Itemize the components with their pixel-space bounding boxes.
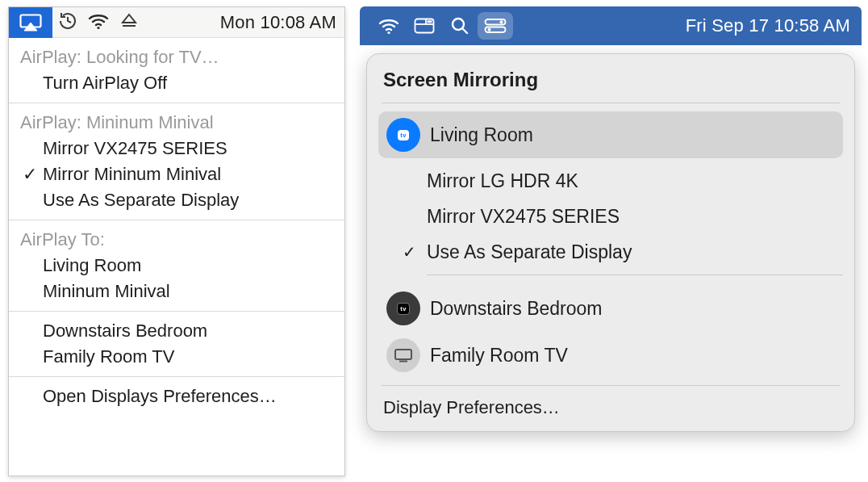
family-room-tv-label: Family Room TV — [430, 345, 568, 367]
airplay-menubar-icon[interactable] — [9, 7, 52, 38]
modern-menubar: Fri Sep 17 10:58 AM — [360, 6, 862, 45]
eject-icon[interactable] — [114, 12, 144, 33]
modern-screen-mirroring-panel: Fri Sep 17 10:58 AM Screen Mirroring tv … — [360, 6, 862, 432]
use-separate-display-label: Use As Separate Display — [427, 241, 632, 263]
apple-tv-icon: tv — [386, 118, 420, 152]
airplay-to-label: AirPlay To: — [20, 227, 333, 253]
family-room-tv-label: Family Room TV — [43, 344, 174, 370]
mirror-minival-label: Mirror Mininum Minival — [43, 161, 221, 187]
airplay-status-label: AirPlay: Looking for TV… — [20, 44, 333, 70]
use-separate-display-label: Use As Separate Display — [43, 187, 239, 213]
wifi-icon[interactable] — [371, 17, 407, 35]
turn-airplay-off-label: Turn AirPlay Off — [43, 70, 167, 96]
mirror-vx2475-label: Mirror VX2475 SERIES — [43, 136, 227, 161]
use-separate-display-item[interactable]: ✓ Use As Separate Display — [427, 234, 838, 270]
turn-airplay-off-item[interactable]: Turn AirPlay Off — [20, 70, 333, 96]
keyboard-input-icon[interactable] — [407, 18, 442, 34]
legacy-airplay-panel: Mon 10:08 AM AirPlay: Looking for TV… Tu… — [8, 6, 345, 476]
living-room-item[interactable]: tv Living Room — [378, 111, 843, 158]
separator — [427, 275, 843, 275]
mirror-vx2475-item[interactable]: Mirror VX2475 SERIES — [20, 136, 333, 161]
mirror-minival-item[interactable]: ✓ Mirror Mininum Minival — [20, 161, 333, 187]
legacy-clock[interactable]: Mon 10:08 AM — [220, 12, 338, 33]
legacy-airplay-menu: AirPlay: Looking for TV… Turn AirPlay Of… — [9, 38, 344, 416]
svg-point-5 — [387, 31, 390, 34]
airplay-to-minival-item[interactable]: Mininum Minival — [20, 279, 333, 304]
checkmark-icon: ✓ — [391, 242, 427, 262]
svg-point-2 — [97, 26, 99, 28]
downstairs-bedroom-item[interactable]: tv Downstairs Bedroom — [378, 285, 843, 332]
svg-rect-9 — [428, 20, 432, 23]
svg-point-13 — [500, 20, 503, 23]
open-displays-prefs-label: Open Displays Preferences… — [43, 384, 277, 409]
svg-rect-16 — [395, 350, 411, 359]
checkmark-icon: ✓ — [20, 161, 40, 187]
screen-mirroring-title: Screen Mirroring — [378, 65, 843, 103]
spotlight-search-icon[interactable] — [442, 16, 478, 36]
legacy-menubar: Mon 10:08 AM — [9, 7, 344, 38]
downstairs-bedroom-item[interactable]: Downstairs Bedroom — [20, 318, 333, 344]
svg-line-11 — [462, 28, 467, 33]
mirror-lg-hdr-4k-item[interactable]: Mirror LG HDR 4K — [427, 163, 838, 199]
mirror-vx2475-item[interactable]: Mirror VX2475 SERIES — [427, 199, 838, 234]
living-room-label: Living Room — [430, 124, 533, 146]
airplay-icon — [19, 14, 42, 31]
tv-icon — [386, 338, 420, 372]
open-displays-prefs-item[interactable]: Open Displays Preferences… — [20, 384, 333, 409]
airplay-to-living-room-item[interactable]: Living Room — [20, 253, 333, 279]
apple-tv-icon: tv — [386, 291, 420, 325]
airplay-to-living-room-label: Living Room — [43, 253, 141, 279]
display-preferences-item[interactable]: Display Preferences… — [378, 386, 843, 423]
airplay-to-minival-label: Mininum Minival — [43, 279, 170, 304]
family-room-tv-item[interactable]: Family Room TV — [20, 344, 333, 370]
use-separate-display-item[interactable]: Use As Separate Display — [20, 187, 333, 213]
modern-clock[interactable]: Fri Sep 17 10:58 AM — [674, 15, 850, 36]
timemachine-icon[interactable] — [52, 10, 83, 35]
airplay-current-device-label: AirPlay: Mininum Minival — [20, 110, 333, 136]
downstairs-bedroom-label: Downstairs Bedroom — [43, 318, 207, 344]
mirror-vx2475-label: Mirror VX2475 SERIES — [427, 206, 620, 228]
svg-marker-3 — [123, 15, 136, 23]
downstairs-bedroom-label: Downstairs Bedroom — [430, 298, 602, 320]
svg-point-15 — [488, 28, 491, 31]
mirror-lg-hdr-4k-label: Mirror LG HDR 4K — [427, 170, 578, 192]
wifi-icon[interactable] — [83, 12, 114, 33]
family-room-tv-item[interactable]: Family Room TV — [378, 332, 843, 379]
control-center-icon[interactable] — [478, 12, 513, 40]
screen-mirroring-dropdown: Screen Mirroring tv Living Room Mirror L… — [366, 53, 855, 432]
living-room-sub-options: Mirror LG HDR 4K Mirror VX2475 SERIES ✓ … — [427, 163, 843, 270]
